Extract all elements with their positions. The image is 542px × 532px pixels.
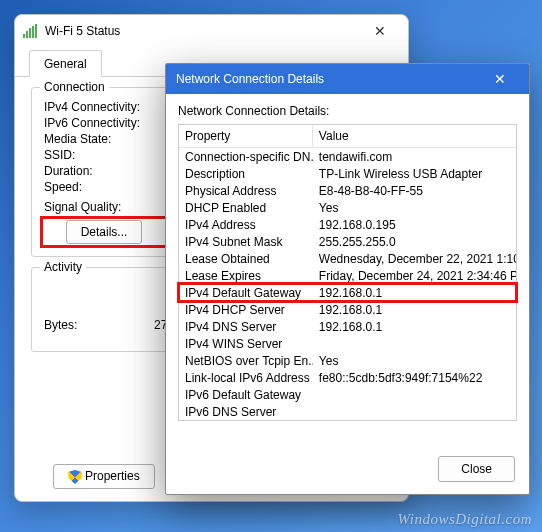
cell-value: [313, 403, 516, 420]
table-row[interactable]: Physical AddressE8-48-B8-40-FF-55: [179, 182, 516, 199]
details-button[interactable]: Details...: [66, 220, 143, 244]
cell-value: TP-Link Wireless USB Adapter: [313, 165, 516, 182]
cell-property: IPv4 Subnet Mask: [179, 233, 313, 250]
table-row[interactable]: IPv4 WINS Server: [179, 335, 516, 352]
titlebar: Wi-Fi 5 Status ✕: [15, 15, 408, 47]
cell-property: Description: [179, 165, 313, 182]
cell-property: IPv4 Default Gateway: [179, 284, 313, 301]
header-value: Value: [313, 125, 516, 147]
table-row[interactable]: IPv6 Default Gateway: [179, 386, 516, 403]
cell-value: Friday, December 24, 2021 2:34:46 PM: [313, 267, 516, 284]
ssid-label: SSID:: [44, 148, 154, 162]
table-row[interactable]: IPv4 DHCP Server192.168.0.1: [179, 301, 516, 318]
speed-label: Speed:: [44, 180, 154, 194]
ipv6-conn-label: IPv6 Connectivity:: [44, 116, 154, 130]
details-highlight: Details...: [44, 220, 164, 244]
cell-property: Physical Address: [179, 182, 313, 199]
cell-property: Connection-specific DN...: [179, 148, 313, 165]
cell-property: Lease Obtained: [179, 250, 313, 267]
table-header: Property Value: [179, 125, 516, 148]
table-row[interactable]: Link-local IPv6 Addressfe80::5cdb:5df3:9…: [179, 369, 516, 386]
table-row[interactable]: IPv4 Default Gateway192.168.0.1: [179, 284, 516, 301]
table-row[interactable]: IPv6 DNS Server: [179, 403, 516, 420]
close-button[interactable]: ✕: [360, 17, 400, 45]
tab-general[interactable]: General: [29, 50, 102, 77]
media-state-label: Media State:: [44, 132, 154, 146]
close-button[interactable]: Close: [438, 456, 515, 482]
signal-quality-label: Signal Quality:: [44, 200, 154, 214]
cell-value: Wednesday, December 22, 2021 1:10:21: [313, 250, 516, 267]
properties-label: Properties: [85, 469, 140, 483]
cell-value: 255.255.255.0: [313, 233, 516, 250]
cell-value: 192.168.0.1: [313, 318, 516, 335]
table-row[interactable]: IPv4 DNS Server192.168.0.1: [179, 318, 516, 335]
cell-value: 192.168.0.1: [313, 284, 516, 301]
cell-value: fe80::5cdb:5df3:949f:7154%22: [313, 369, 516, 386]
properties-button[interactable]: Properties: [53, 464, 155, 489]
table-row[interactable]: IPv4 Address192.168.0.195: [179, 216, 516, 233]
wifi-signal-icon: [23, 24, 39, 38]
cell-property: IPv6 Default Gateway: [179, 386, 313, 403]
table-row[interactable]: DescriptionTP-Link Wireless USB Adapter: [179, 165, 516, 182]
table-row[interactable]: Lease ExpiresFriday, December 24, 2021 2…: [179, 267, 516, 284]
dialog-titlebar: Network Connection Details ✕: [166, 64, 529, 94]
shield-icon: [68, 470, 82, 484]
cell-value: Yes: [313, 352, 516, 369]
cell-property: Lease Expires: [179, 267, 313, 284]
cell-property: IPv4 DNS Server: [179, 318, 313, 335]
cell-property: IPv4 DHCP Server: [179, 301, 313, 318]
table-row[interactable]: IPv4 Subnet Mask255.255.255.0: [179, 233, 516, 250]
cell-property: IPv4 WINS Server: [179, 335, 313, 352]
network-details-dialog: Network Connection Details ✕ Network Con…: [165, 63, 530, 495]
activity-legend: Activity: [40, 260, 86, 274]
cell-value: E8-48-B8-40-FF-55: [313, 182, 516, 199]
dialog-close-icon[interactable]: ✕: [481, 64, 519, 94]
cell-property: IPv4 Address: [179, 216, 313, 233]
cell-property: Link-local IPv6 Address: [179, 369, 313, 386]
cell-value: Yes: [313, 199, 516, 216]
cell-value: tendawifi.com: [313, 148, 516, 165]
cell-value: 192.168.0.1: [313, 301, 516, 318]
window-title: Wi-Fi 5 Status: [45, 24, 354, 38]
table-row[interactable]: DHCP EnabledYes: [179, 199, 516, 216]
cell-value: 192.168.0.195: [313, 216, 516, 233]
cell-value: [313, 386, 516, 403]
connection-legend: Connection: [40, 80, 109, 94]
table-row[interactable]: Lease ObtainedWednesday, December 22, 20…: [179, 250, 516, 267]
header-property: Property: [179, 125, 313, 147]
table-row[interactable]: Connection-specific DN...tendawifi.com: [179, 148, 516, 165]
details-subtitle: Network Connection Details:: [178, 104, 517, 118]
cell-property: DHCP Enabled: [179, 199, 313, 216]
table-row[interactable]: NetBIOS over Tcpip En...Yes: [179, 352, 516, 369]
dialog-title: Network Connection Details: [176, 72, 481, 86]
bytes-label: Bytes:: [44, 318, 154, 332]
watermark: WindowsDigital.com: [398, 511, 532, 528]
duration-label: Duration:: [44, 164, 154, 178]
cell-property: NetBIOS over Tcpip En...: [179, 352, 313, 369]
ipv4-conn-label: IPv4 Connectivity:: [44, 100, 154, 114]
cell-value: [313, 335, 516, 352]
details-table: Property Value Connection-specific DN...…: [178, 124, 517, 421]
cell-property: IPv6 DNS Server: [179, 403, 313, 420]
